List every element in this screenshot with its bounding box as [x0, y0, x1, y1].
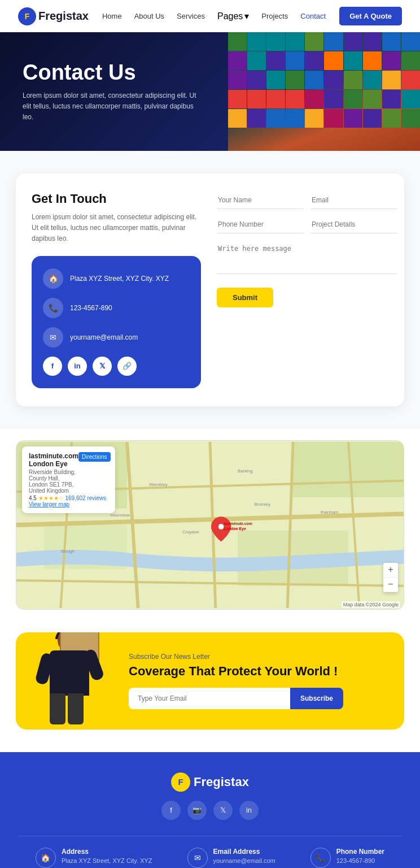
logo[interactable]: F Fregistax	[18, 7, 89, 25]
navbar: F Fregistax Home About Us Services Pages…	[0, 0, 420, 32]
newsletter-form: Subscribe	[129, 688, 343, 709]
nav-pages-dropdown[interactable]: Pages ▾	[217, 11, 249, 21]
footer-email-text: Email Address yourname@email.com	[213, 848, 275, 864]
subscribe-button[interactable]: Subscribe	[290, 688, 343, 709]
svg-text:Bromley: Bromley	[254, 501, 270, 506]
person-leg-left	[50, 693, 65, 724]
instagram-icon[interactable]: in	[68, 357, 87, 376]
contact-info-panel: Get In Touch Lorem ipsum dolor sit amet,…	[32, 192, 201, 388]
contact-section: Get In Touch Lorem ipsum dolor sit amet,…	[0, 151, 420, 429]
footer: F Fregistax f 📷 𝕏 in 🏠 Address Plaza XYZ…	[0, 752, 420, 868]
contact-description: Lorem ipsum dolor sit amet, consectetur …	[32, 212, 201, 245]
delivery-man-visual	[27, 632, 112, 730]
map-attribution: Map data ©2024 Google	[342, 601, 400, 608]
contact-heading: Get In Touch	[32, 192, 201, 206]
email-icon: ✉	[43, 327, 63, 348]
footer-instagram-icon[interactable]: 📷	[187, 801, 207, 820]
newsletter-email-input[interactable]	[129, 688, 290, 709]
hero-title: Contact Us	[23, 60, 397, 85]
map-enlarge-link[interactable]: View larger map	[29, 501, 108, 507]
zoom-in-button[interactable]: +	[383, 563, 398, 578]
footer-facebook-icon[interactable]: f	[161, 801, 181, 820]
newsletter-box: Subscribe Our News Letter Coverage That …	[16, 632, 404, 730]
map-section: Wembley Barking Slough Rainham Croydon H…	[0, 429, 420, 621]
footer-phone-icon: 📞	[310, 848, 331, 868]
phone-icon: 📞	[43, 298, 63, 318]
phone-item: 📞 123-4567-890	[43, 298, 190, 318]
footer-home-icon: 🏠	[36, 848, 56, 868]
get-quote-button[interactable]: Get A Quote	[339, 7, 402, 25]
svg-text:lastminute.com: lastminute.com	[224, 522, 252, 526]
map-address: Riverside Building, County Hall,London S…	[29, 469, 78, 494]
form-row-2	[217, 216, 397, 233]
contact-form: Submit	[217, 192, 397, 388]
map-zoom-controls: + −	[383, 563, 398, 592]
address-item: 🏠 Plaza XYZ Street, XYZ City. XYZ	[43, 268, 190, 289]
svg-text:London Eye: London Eye	[224, 526, 246, 531]
svg-text:Rainham: Rainham	[321, 510, 338, 515]
email-item: ✉ yourname@email.com	[43, 327, 190, 348]
map-container[interactable]: Wembley Barking Slough Rainham Croydon H…	[16, 440, 404, 610]
nav-links: Home About Us Services Pages ▾ Projects …	[102, 11, 326, 21]
name-input[interactable]	[217, 192, 304, 209]
footer-logo: F Fregistax	[18, 772, 402, 792]
footer-linkedin-icon[interactable]: in	[239, 801, 259, 820]
newsletter-section: Subscribe Our News Letter Coverage That …	[0, 621, 420, 752]
phone-input[interactable]	[217, 216, 304, 233]
nav-contact[interactable]: Contact	[300, 12, 326, 20]
svg-text:Wembley: Wembley	[149, 482, 168, 487]
footer-brand-name: F Fregistax	[18, 772, 402, 792]
social-icons: f in 𝕏 🔗	[43, 357, 190, 376]
footer-email-item: ✉ Email Address yourname@email.com	[187, 848, 275, 868]
facebook-icon[interactable]: f	[43, 357, 62, 376]
footer-email-icon: ✉	[187, 848, 208, 868]
newsletter-title: Coverage That Protect Your World !	[129, 664, 384, 679]
svg-text:Croydon: Croydon	[182, 529, 199, 534]
home-icon: 🏠	[43, 268, 63, 289]
map-rating: 4.5 ★★★★☆ 169,602 reviews	[29, 495, 108, 501]
submit-button[interactable]: Submit	[217, 288, 273, 307]
footer-social-links: f 📷 𝕏 in	[18, 801, 402, 820]
phone-text: 123-4567-890	[70, 304, 112, 312]
form-row-1	[217, 192, 397, 209]
email-input[interactable]	[310, 192, 397, 209]
linkedin-icon[interactable]: 🔗	[117, 357, 137, 376]
svg-text:Slough: Slough	[60, 549, 74, 554]
nav-about[interactable]: About Us	[134, 12, 164, 20]
logo-text: Fregistax	[38, 10, 89, 23]
zoom-out-button[interactable]: −	[383, 578, 398, 592]
footer-address-text: Address Plaza XYZ Street, XYZ City. XYZ	[62, 848, 152, 864]
hero-subtitle: Lorem ipsum dolor sit amet, consectetur …	[23, 90, 203, 123]
svg-point-21	[218, 524, 224, 530]
hero-section: Contact Us Lorem ipsum dolor sit amet, c…	[0, 32, 420, 151]
footer-logo-icon: F	[171, 772, 190, 792]
person-body	[50, 650, 89, 696]
footer-phone-text: Phone Number 123-4567-890	[336, 848, 384, 864]
hero-content: Contact Us Lorem ipsum dolor sit amet, c…	[0, 60, 420, 123]
footer-info-row: 🏠 Address Plaza XYZ Street, XYZ City. XY…	[18, 836, 402, 868]
footer-phone-item: 📞 Phone Number 123-4567-890	[310, 848, 384, 868]
contact-blue-box: 🏠 Plaza XYZ Street, XYZ City. XYZ 📞 123-…	[32, 256, 201, 388]
footer-address-item: 🏠 Address Plaza XYZ Street, XYZ City. XY…	[36, 848, 152, 868]
contact-card: Get In Touch Lorem ipsum dolor sit amet,…	[16, 173, 404, 406]
directions-button[interactable]: Directions	[78, 452, 110, 462]
chevron-down-icon: ▾	[244, 11, 249, 21]
nav-services[interactable]: Services	[177, 12, 205, 20]
map-canvas: Wembley Barking Slough Rainham Croydon H…	[16, 441, 404, 609]
newsletter-subtitle: Subscribe Our News Letter	[129, 653, 384, 661]
nav-home[interactable]: Home	[102, 12, 122, 20]
person-leg-right	[68, 693, 84, 724]
message-textarea[interactable]	[217, 240, 397, 274]
nav-projects[interactable]: Projects	[261, 12, 288, 20]
map-overlay: lastminute.com London Eye Riverside Buil…	[22, 446, 115, 513]
svg-text:Barking: Barking	[238, 468, 253, 473]
twitter-icon[interactable]: 𝕏	[93, 357, 112, 376]
logo-icon: F	[18, 7, 36, 25]
project-input[interactable]	[310, 216, 397, 233]
svg-text:Hounslow: Hounslow	[111, 513, 130, 518]
delivery-man-figure	[16, 632, 123, 730]
email-text: yourname@email.com	[70, 333, 138, 341]
address-text: Plaza XYZ Street, XYZ City. XYZ	[70, 275, 169, 283]
footer-twitter-icon[interactable]: 𝕏	[213, 801, 233, 820]
map-place-name: lastminute.com London Eye	[29, 452, 78, 468]
